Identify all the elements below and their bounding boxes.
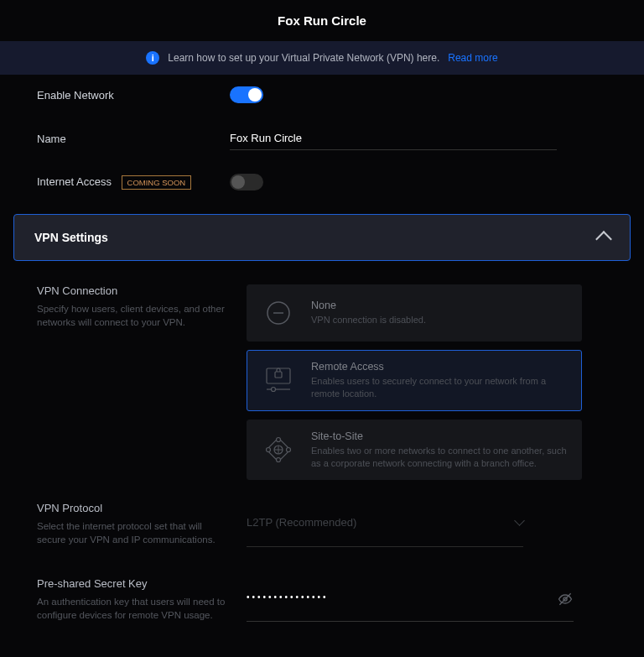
read-more-link[interactable]: Read more: [448, 52, 497, 64]
vpn-protocol-select[interactable]: L2TP (Recommended): [247, 502, 523, 546]
svg-point-7: [277, 438, 281, 442]
vpn-settings-panel-header[interactable]: VPN Settings: [13, 214, 631, 261]
vpn-connection-title: VPN Connection: [37, 284, 230, 297]
secret-title: Pre-shared Secret Key: [37, 577, 230, 590]
page-title: Fox Run Circle: [0, 0, 644, 41]
name-label: Name: [37, 133, 230, 145]
secret-input[interactable]: •••••••••••••••: [247, 592, 557, 605]
svg-point-10: [287, 448, 291, 452]
chevron-up-icon: [595, 231, 612, 248]
enable-network-toggle[interactable]: [230, 86, 263, 103]
option-title: Site-to-Site: [311, 430, 568, 442]
svg-point-8: [277, 458, 281, 462]
vpn-connection-desc: Specify how users, client devices, and o…: [37, 302, 230, 329]
option-desc: VPN connection is disabled.: [311, 314, 426, 326]
enable-network-label: Enable Network: [37, 89, 230, 102]
svg-point-9: [267, 448, 271, 452]
option-title: None: [311, 300, 426, 311]
none-icon: [261, 295, 296, 331]
svg-rect-3: [275, 372, 282, 378]
option-desc: Enables two or more networks to connect …: [311, 445, 568, 470]
info-banner: i Learn how to set up your Virtual Priva…: [0, 41, 644, 75]
vpn-protocol-desc: Select the internet protocol set that wi…: [37, 519, 230, 546]
option-desc: Enables users to securely connect to you…: [311, 375, 568, 400]
internet-access-label: Internet Access COMING SOON: [37, 175, 230, 190]
remote-access-icon: [261, 362, 296, 398]
coming-soon-badge: COMING SOON: [122, 175, 192, 190]
info-icon: i: [146, 51, 159, 65]
svg-rect-2: [267, 368, 290, 383]
eye-off-icon[interactable]: [557, 591, 574, 607]
option-title: Remote Access: [311, 361, 568, 373]
site-to-site-icon: [261, 432, 296, 467]
vpn-protocol-title: VPN Protocol: [37, 502, 230, 514]
vpn-option-remote-access[interactable]: Remote Access Enables users to securely …: [247, 350, 582, 411]
vpn-settings-title: VPN Settings: [34, 231, 108, 244]
svg-point-5: [272, 388, 276, 392]
chevron-down-icon: [514, 515, 525, 526]
vpn-protocol-value: L2TP (Recommended): [247, 516, 356, 529]
banner-text: Learn how to set up your Virtual Private…: [168, 52, 439, 64]
internet-access-toggle[interactable]: [230, 174, 263, 190]
name-input[interactable]: [230, 127, 557, 150]
secret-desc: An authentication key that users will ne…: [37, 595, 230, 622]
vpn-option-none[interactable]: None VPN connection is disabled.: [247, 284, 582, 342]
vpn-option-site-to-site[interactable]: Site-to-Site Enables two or more network…: [247, 420, 582, 481]
